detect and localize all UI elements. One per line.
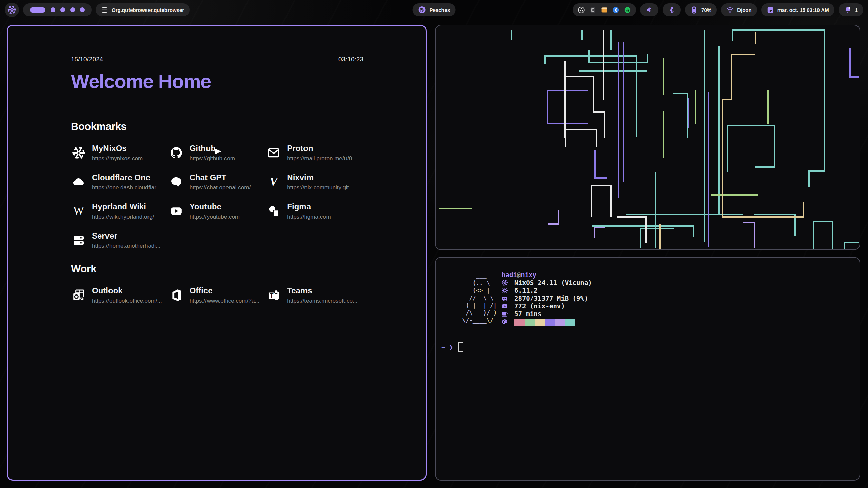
notification-count: 1 [855, 7, 858, 13]
page-time: 03:10:23 [338, 56, 363, 63]
bookmark-youtube[interactable]: Youtubehttps://youtube.com [169, 202, 266, 220]
bookmark-proton[interactable]: Protonhttps://mail.proton.me/u/0... [266, 144, 363, 162]
fetch-row: 57 mins [501, 310, 592, 318]
network-chip[interactable]: Djoon [721, 3, 757, 16]
bookmark-label: Cloudflare One [92, 173, 161, 182]
color-swatch [535, 319, 545, 326]
svg-text:V: V [270, 175, 279, 188]
bookmark-teams[interactable]: TTeamshttps://teams.microsoft.co... [266, 286, 363, 304]
pipe-segment [727, 125, 775, 167]
figma-icon [266, 203, 281, 219]
pipe-segment [565, 76, 605, 138]
pipe-segment [592, 226, 693, 237]
launcher-button[interactable] [5, 3, 19, 17]
fetch-palette-row [501, 318, 592, 326]
pipe-segment [814, 221, 832, 249]
vim-icon: V [266, 174, 281, 190]
wifi-icon [726, 6, 734, 14]
bookmark-url: https://github.com [190, 155, 235, 162]
bookmark-url: https://home.anotherhadi... [92, 243, 160, 249]
bookmark-label: MyNixOs [92, 144, 143, 153]
bookmark-outlook[interactable]: Outlookhttps://outlook.office.com/... [71, 286, 169, 304]
pipe-segment [754, 215, 795, 236]
window-icon [101, 6, 108, 14]
fetch-value: 6.11.2 [514, 287, 538, 294]
section-heading-work: Work [71, 263, 363, 275]
bookmark-url: https://mail.proton.me/u/0... [287, 155, 357, 162]
top-bar: Org.qutebrowser.qutebrowser Peaches 70% … [0, 0, 868, 20]
bookmark-label: Chat GPT [190, 173, 251, 182]
clock-chip[interactable]: mar. oct. 15 03:10 AM [761, 3, 834, 16]
pipe-segment [617, 217, 646, 243]
window-title: Org.qutebrowser.qutebrowser [112, 7, 184, 13]
section-heading-bookmarks: Bookmarks [71, 121, 363, 133]
media-player-chip[interactable]: Peaches [413, 3, 456, 16]
terminal-cursor [458, 342, 463, 352]
uptime-icon [501, 311, 510, 317]
spotify-tray-icon[interactable] [624, 6, 631, 14]
bookmark-label: Youtube [190, 202, 240, 211]
page-date: 15/10/2024 [71, 56, 103, 63]
fetch-row: 2870/31377 MiB (9%) [501, 294, 592, 302]
workspace-dot[interactable] [60, 7, 65, 12]
mail-icon [266, 145, 281, 161]
workspace-active[interactable] [30, 7, 45, 13]
server-icon [71, 232, 86, 248]
files-icon[interactable] [601, 6, 608, 14]
bookmark-url: https://www.office.com/?a... [190, 298, 260, 304]
notifications-chip[interactable]: 1 [839, 3, 863, 16]
shell-prompt[interactable]: ~ ❯ [441, 342, 463, 352]
bookmark-label: Server [92, 231, 160, 241]
github-icon [169, 145, 184, 161]
window-title-chip[interactable]: Org.qutebrowser.qutebrowser [96, 3, 190, 16]
workspace-dot[interactable] [51, 7, 55, 12]
bluetooth-chip[interactable] [663, 3, 681, 16]
bookmark-office[interactable]: Officehttps://www.office.com/?a... [169, 286, 266, 304]
obs-icon[interactable] [578, 6, 585, 14]
pipe-segment [850, 48, 859, 77]
fetch-value: NixOS 24.11 (Vicuna) [514, 279, 592, 287]
bookmark-mynixos[interactable]: MyNixOshttps://mynixos.com [71, 144, 169, 162]
fetch-value: 2870/31377 MiB (9%) [514, 294, 588, 302]
bluetooth-icon [668, 6, 675, 14]
volume-icon [646, 6, 653, 14]
fetch-row: NixOS 24.11 (Vicuna) [501, 279, 592, 287]
outlook-icon [71, 287, 86, 303]
bookmark-url: https://chat.openai.com/ [190, 184, 251, 191]
calendar-icon [767, 6, 774, 14]
memory-icon [501, 295, 510, 302]
fetch-row: 6.11.2 [501, 287, 592, 294]
workspace-dot[interactable] [80, 7, 85, 12]
bookmark-github[interactable]: Githubhttps://github.com [169, 144, 266, 162]
bookmark-chat-gpt[interactable]: Chat GPThttps://chat.openai.com/ [169, 173, 266, 191]
kdeconnect-icon[interactable] [589, 6, 596, 14]
workspace-switcher[interactable] [23, 3, 92, 16]
bookmark-label: Figma [287, 202, 331, 211]
kernel-icon [501, 287, 510, 294]
bookmark-grid: MyNixOshttps://mynixos.comGithubhttps://… [71, 144, 363, 249]
pipe-segment [844, 242, 859, 249]
bookmark-cloudflare-one[interactable]: Cloudflare Onehttps://one.dash.cloudflar… [71, 173, 169, 191]
volume-chip[interactable] [640, 3, 658, 16]
bookmark-hyprland-wiki[interactable]: WHyprland Wikihttps://wiki.hyprland.org/ [71, 202, 169, 220]
bookmark-figma[interactable]: Figmahttps://figma.com [266, 202, 363, 220]
fetch-value: 57 mins [514, 310, 541, 318]
workspace-dot[interactable] [70, 7, 75, 12]
bookmark-label: Proton [287, 144, 357, 153]
pipe-segment [743, 223, 754, 248]
bell-icon [844, 6, 852, 14]
system-tray[interactable] [573, 3, 636, 16]
battery-chip[interactable]: 70% [685, 3, 717, 16]
bluetooth-tray-icon[interactable] [612, 6, 619, 14]
pipe-segment [595, 150, 607, 178]
pipe-segment [548, 210, 558, 224]
clock-label: mar. oct. 15 03:10 AM [777, 7, 829, 13]
color-swatch [525, 319, 535, 326]
nix-logo-icon [7, 5, 16, 14]
color-swatch [514, 319, 525, 326]
bookmark-server[interactable]: Serverhttps://home.anotherhadi... [71, 231, 169, 249]
bookmark-label: Teams [287, 286, 357, 296]
nix-snowflake-icon [501, 280, 510, 286]
bookmark-nixvim[interactable]: VNixvimhttps://nix-community.git... [266, 173, 363, 191]
fetch-row: 772 (nix-env) [501, 302, 592, 310]
